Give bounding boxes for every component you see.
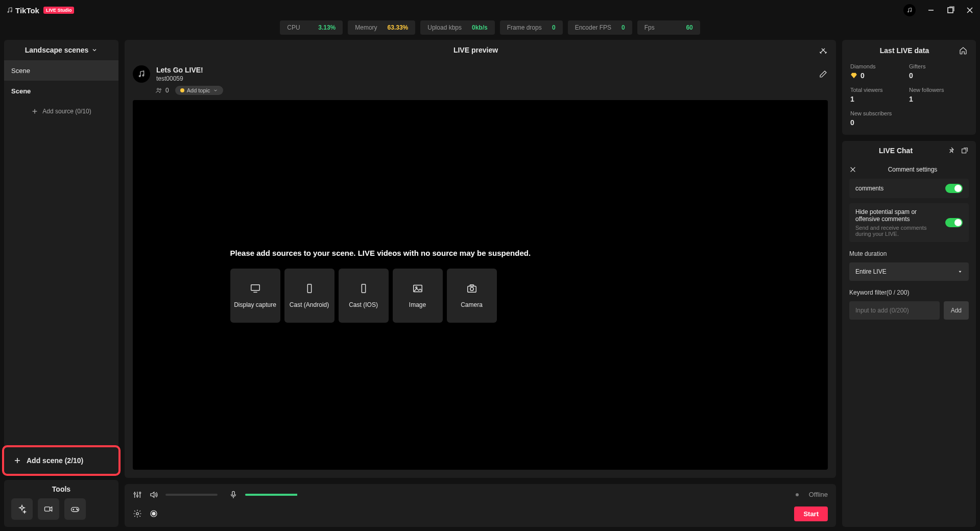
svg-point-23: [139, 76, 140, 77]
svg-rect-49: [962, 149, 966, 153]
keyword-filter-input[interactable]: [849, 301, 940, 320]
svg-point-45: [136, 513, 139, 515]
popout-icon: [961, 147, 969, 155]
tool-game-button[interactable]: [64, 498, 86, 520]
scenes-dropdown[interactable]: Landscape scenes: [4, 40, 118, 60]
comment-settings-close-button[interactable]: [849, 166, 856, 173]
monitor-icon: [250, 283, 261, 294]
source-cast-android[interactable]: Cast (Android): [284, 269, 334, 323]
live-chat-title: LIVE Chat: [849, 147, 942, 155]
chat-popout-button[interactable]: [961, 147, 969, 155]
sparkle-icon: [17, 504, 27, 514]
svg-rect-27: [251, 284, 259, 290]
source-camera[interactable]: Camera: [447, 269, 497, 323]
svg-marker-52: [959, 271, 962, 273]
svg-point-18: [77, 510, 78, 510]
svg-rect-43: [232, 491, 235, 495]
mic-button[interactable]: [229, 490, 238, 499]
stat-frame-drops: Frame drops0: [500, 20, 563, 35]
footer-panel: Offline Start: [125, 484, 836, 527]
chevron-down-icon: [213, 88, 218, 93]
tool-effects-button[interactable]: [11, 498, 33, 520]
spam-toggle-label: Hide potential spam or offensive comment…: [855, 208, 940, 223]
last-live-title: Last LIVE data: [850, 46, 959, 55]
app-name: TikTok: [15, 6, 39, 15]
stream-status: Offline: [809, 491, 828, 498]
preview-canvas: Please add sources to your scene. LIVE v…: [133, 100, 828, 470]
chevron-down-icon: [91, 47, 98, 53]
add-scene-button[interactable]: Add scene (2/10): [4, 447, 118, 474]
phone-icon: [358, 283, 369, 294]
last-live-panel: Last LIVE data Diamonds 0 Gifters 0 Tota…: [842, 40, 976, 135]
stat-upload: Upload kbps0kb/s: [420, 20, 494, 35]
close-icon: [849, 166, 856, 173]
svg-point-1: [11, 11, 12, 12]
app-logo: TikTok LIVE Studio: [6, 6, 74, 15]
scenes-header-label: Landscape scenes: [25, 46, 89, 54]
add-topic-button[interactable]: Add topic: [175, 86, 223, 95]
mute-duration-select[interactable]: Entire LIVE: [849, 262, 969, 281]
svg-marker-42: [151, 492, 154, 497]
spam-toggle[interactable]: [945, 218, 963, 227]
svg-point-47: [152, 512, 155, 515]
svg-point-26: [159, 89, 161, 90]
plus-icon: [31, 108, 38, 115]
live-chat-panel: LIVE Chat Comment settings comments Hide…: [842, 141, 976, 527]
username: test00059: [156, 75, 203, 82]
add-source-button[interactable]: Add source (0/10): [4, 101, 118, 122]
live-studio-badge: LIVE Studio: [43, 7, 75, 14]
stat-total-viewers: Total viewers 1: [850, 87, 909, 103]
svg-point-2: [908, 11, 909, 12]
settings-button[interactable]: [133, 509, 142, 518]
svg-rect-5: [948, 8, 953, 13]
window-close-button[interactable]: [966, 6, 974, 14]
stat-memory: Memory63.33%: [348, 20, 415, 35]
scene-item[interactable]: Scene: [4, 60, 118, 81]
camcorder-icon: [43, 504, 54, 514]
source-display-capture[interactable]: Display capture: [230, 269, 280, 323]
scene-item[interactable]: Scene: [4, 81, 118, 101]
stat-new-subscribers: New subscribers 0: [850, 110, 909, 127]
microphone-icon: [229, 490, 238, 499]
viewers-count: 0: [155, 87, 169, 94]
svg-point-25: [157, 88, 159, 90]
edit-stream-button[interactable]: [819, 69, 828, 79]
chat-pin-button[interactable]: [947, 147, 955, 155]
window-maximize-button[interactable]: [946, 6, 954, 14]
gear-icon: [133, 509, 142, 518]
keyword-add-button[interactable]: Add: [944, 301, 969, 320]
plus-icon: [13, 456, 21, 465]
home-icon: [959, 46, 968, 55]
stat-cpu: CPU3.13%: [280, 20, 343, 35]
svg-point-39: [134, 493, 135, 494]
source-image[interactable]: Image: [393, 269, 443, 323]
stat-diamonds: Diamonds 0: [850, 63, 909, 80]
diamond-icon: [850, 72, 857, 79]
speaker-button[interactable]: [149, 490, 158, 499]
sliders-icon: [133, 490, 142, 499]
svg-point-3: [911, 11, 912, 12]
tool-camera-button[interactable]: [38, 498, 59, 520]
mixer-button[interactable]: [133, 490, 142, 499]
preview-message: Please add sources to your scene. LIVE v…: [230, 248, 731, 258]
start-button[interactable]: Start: [794, 506, 828, 521]
svg-rect-30: [362, 284, 365, 293]
comments-toggle[interactable]: [945, 184, 963, 193]
last-live-home-button[interactable]: [959, 46, 968, 55]
speaker-volume-slider[interactable]: [165, 494, 218, 496]
caret-down-icon: [958, 269, 963, 274]
mic-volume-slider[interactable]: [245, 494, 297, 496]
svg-rect-35: [470, 284, 473, 286]
record-button[interactable]: [149, 509, 158, 518]
svg-point-17: [77, 509, 77, 509]
stat-new-followers: New followers 1: [909, 87, 968, 103]
pencil-icon: [819, 69, 828, 79]
profile-button[interactable]: [903, 4, 916, 16]
stat-gifters: Gifters 0: [909, 63, 968, 80]
svg-point-0: [8, 11, 9, 12]
window-minimize-button[interactable]: [927, 6, 935, 14]
battle-button[interactable]: [819, 45, 828, 55]
source-cast-ios[interactable]: Cast (IOS): [339, 269, 389, 323]
preview-title: LIVE preview: [133, 46, 819, 54]
tools-panel: Tools: [4, 480, 118, 527]
